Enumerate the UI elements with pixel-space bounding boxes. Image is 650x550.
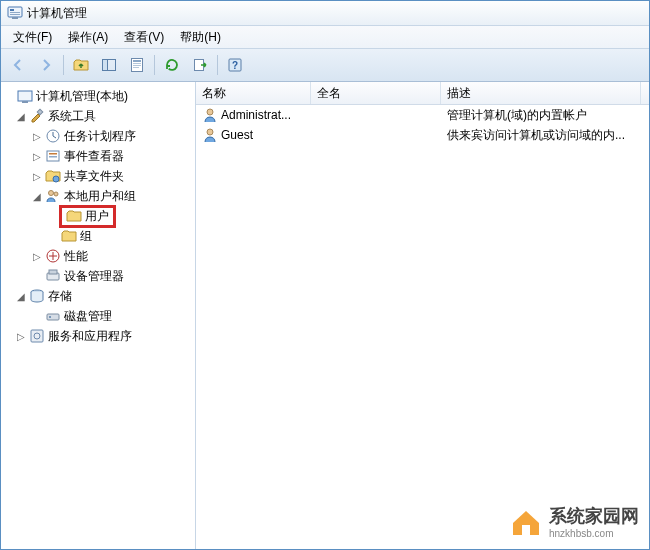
nav-tree[interactable]: 计算机管理(本地) ◢系统工具 ▷任务计划程序 ▷事件查看器 ▷共享文件夹 ◢本…	[1, 82, 196, 550]
cell-name: Administrat...	[196, 106, 311, 124]
show-hide-tree-button[interactable]	[96, 52, 122, 78]
list-rows[interactable]: Administrat...管理计算机(域)的内置帐户Guest供来宾访问计算机…	[196, 105, 649, 550]
svg-rect-4	[12, 17, 18, 19]
svg-rect-29	[47, 314, 59, 320]
svg-rect-21	[49, 156, 57, 158]
tree-performance[interactable]: 性能	[43, 248, 90, 265]
menu-file[interactable]: 文件(F)	[5, 27, 60, 48]
svg-point-24	[54, 192, 58, 196]
cell-description: 供来宾访问计算机或访问域的内...	[441, 126, 641, 145]
toolbar-separator	[63, 55, 64, 75]
svg-rect-10	[133, 65, 141, 66]
table-row[interactable]: Guest供来宾访问计算机或访问域的内...	[196, 125, 649, 145]
expand-icon[interactable]: ▷	[15, 331, 27, 342]
body: 计算机管理(本地) ◢系统工具 ▷任务计划程序 ▷事件查看器 ▷共享文件夹 ◢本…	[1, 82, 649, 550]
forward-button[interactable]	[33, 52, 59, 78]
svg-rect-8	[133, 60, 141, 62]
cell-name: Guest	[196, 126, 311, 144]
app-window: 计算机管理 文件(F) 操作(A) 查看(V) 帮助(H) ? 计算机管理(本地…	[0, 0, 650, 550]
expand-icon[interactable]: ▷	[31, 251, 43, 262]
svg-rect-31	[31, 330, 43, 342]
svg-point-33	[207, 109, 213, 115]
svg-point-23	[49, 191, 54, 196]
svg-rect-6	[103, 60, 108, 71]
svg-rect-20	[49, 153, 57, 155]
column-full-name[interactable]: 全名	[311, 82, 441, 104]
svg-rect-27	[49, 270, 57, 274]
tree-services-apps[interactable]: 服务和应用程序	[27, 328, 134, 345]
watermark-text: 系统家园网	[549, 504, 639, 528]
collapse-icon[interactable]: ◢	[15, 291, 27, 302]
expand-icon[interactable]: ▷	[31, 151, 43, 162]
tree-root[interactable]: 计算机管理(本地)	[15, 88, 130, 105]
menu-action[interactable]: 操作(A)	[60, 27, 116, 48]
window-title: 计算机管理	[27, 5, 87, 22]
tree-users[interactable]: 用户	[59, 205, 116, 228]
svg-point-34	[207, 129, 213, 135]
toolbar: ?	[1, 49, 649, 82]
svg-rect-2	[10, 12, 20, 13]
cell-full-name	[311, 134, 441, 136]
user-icon	[202, 107, 218, 123]
menu-help[interactable]: 帮助(H)	[172, 27, 229, 48]
svg-rect-11	[133, 67, 139, 68]
user-icon	[202, 127, 218, 143]
menubar: 文件(F) 操作(A) 查看(V) 帮助(H)	[1, 26, 649, 49]
titlebar: 计算机管理	[1, 1, 649, 26]
refresh-button[interactable]	[159, 52, 185, 78]
expand-icon[interactable]: ▷	[31, 131, 43, 142]
svg-rect-1	[10, 9, 14, 11]
toolbar-separator	[154, 55, 155, 75]
svg-text:?: ?	[232, 60, 238, 71]
tree-storage[interactable]: 存储	[27, 288, 74, 305]
house-icon	[509, 505, 543, 539]
column-description[interactable]: 描述	[441, 82, 641, 104]
svg-rect-16	[22, 101, 28, 103]
cell-full-name	[311, 114, 441, 116]
tree-device-manager[interactable]: 设备管理器	[43, 268, 126, 285]
tree-event-viewer[interactable]: 事件查看器	[43, 148, 126, 165]
svg-rect-15	[18, 91, 32, 101]
column-name[interactable]: 名称	[196, 82, 311, 104]
tree-local-users-groups[interactable]: 本地用户和组	[43, 188, 138, 205]
menu-view[interactable]: 查看(V)	[116, 27, 172, 48]
app-icon	[7, 5, 23, 21]
svg-rect-35	[522, 525, 530, 535]
collapse-icon[interactable]: ◢	[15, 111, 27, 122]
tree-shared-folders[interactable]: 共享文件夹	[43, 168, 126, 185]
watermark-url: hnzkhbsb.com	[549, 528, 639, 539]
help-button[interactable]: ?	[222, 52, 248, 78]
properties-button[interactable]	[124, 52, 150, 78]
tree-disk-management[interactable]: 磁盘管理	[43, 308, 114, 325]
svg-rect-9	[133, 63, 141, 64]
svg-point-30	[49, 316, 51, 318]
tree-groups[interactable]: 组	[59, 228, 94, 245]
svg-rect-3	[10, 14, 20, 15]
back-button[interactable]	[5, 52, 31, 78]
tree-task-scheduler[interactable]: 任务计划程序	[43, 128, 138, 145]
tree-system-tools[interactable]: 系统工具	[27, 108, 98, 125]
expand-icon[interactable]: ▷	[31, 171, 43, 182]
svg-point-22	[53, 176, 59, 182]
cell-description: 管理计算机(域)的内置帐户	[441, 106, 641, 125]
collapse-icon[interactable]: ◢	[31, 191, 43, 202]
up-level-button[interactable]	[68, 52, 94, 78]
table-row[interactable]: Administrat...管理计算机(域)的内置帐户	[196, 105, 649, 125]
list-view: 名称 全名 描述 Administrat...管理计算机(域)的内置帐户Gues…	[196, 82, 649, 550]
export-list-button[interactable]	[187, 52, 213, 78]
toolbar-separator	[217, 55, 218, 75]
watermark: 系统家园网 hnzkhbsb.com	[509, 504, 639, 539]
column-headers: 名称 全名 描述	[196, 82, 649, 105]
